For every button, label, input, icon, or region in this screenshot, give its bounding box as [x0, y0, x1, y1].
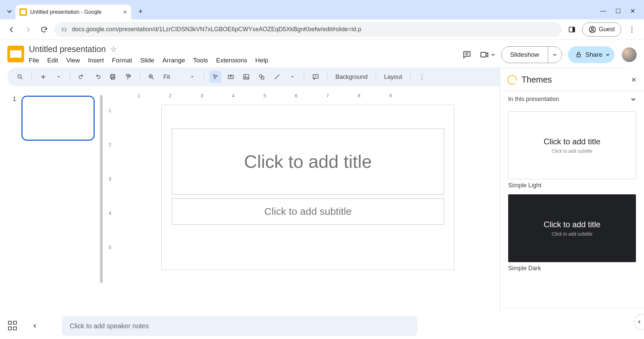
slides-logo-icon[interactable]: [7, 46, 24, 62]
share-label: Share: [585, 51, 602, 58]
slide-canvas[interactable]: Click to add title Click to add subtitle: [162, 105, 454, 270]
site-settings-icon: [61, 26, 68, 33]
chevron-down-icon: [491, 53, 495, 57]
svg-line-15: [21, 78, 22, 79]
menu-extensions[interactable]: Extensions: [216, 57, 247, 64]
menu-view[interactable]: View: [66, 57, 80, 64]
tab-search-dropdown[interactable]: [3, 5, 15, 17]
comment-icon[interactable]: [310, 71, 322, 83]
avatar[interactable]: [622, 47, 637, 62]
close-window-icon[interactable]: ✕: [630, 7, 635, 15]
browser-menu-icon[interactable]: ⋮: [626, 25, 638, 34]
side-panel-icon[interactable]: [566, 24, 578, 35]
search-menus-icon[interactable]: [14, 71, 26, 83]
slideshow-dropdown[interactable]: [548, 47, 561, 63]
new-slide-dropdown[interactable]: [53, 71, 65, 83]
svg-rect-32: [261, 77, 264, 79]
menu-insert[interactable]: Insert: [88, 57, 104, 64]
new-tab-button[interactable]: +: [135, 5, 147, 17]
menu-slide[interactable]: Slide: [140, 57, 154, 64]
reload-button[interactable]: [38, 24, 50, 35]
bottom-bar: Click to add speaker notes: [0, 313, 644, 339]
guest-icon: [589, 26, 596, 33]
url-text: docs.google.com/presentation/d/1LzrCIDSN…: [72, 26, 361, 33]
menu-arrange[interactable]: Arrange: [162, 57, 185, 64]
menu-bar: File Edit View Insert Format Slide Arran…: [29, 57, 455, 64]
slide-thumbnail-1[interactable]: [21, 96, 95, 141]
slides-favicon-icon: [19, 8, 27, 16]
title-placeholder[interactable]: Click to add title: [172, 129, 444, 194]
grid-view-icon[interactable]: [8, 321, 18, 331]
svg-rect-2: [62, 31, 64, 31]
svg-point-5: [65, 30, 66, 31]
new-slide-icon[interactable]: [37, 71, 49, 83]
more-options-icon[interactable]: ⋮: [416, 71, 428, 83]
themes-section-toggle[interactable]: In this presentation: [500, 91, 644, 107]
theme-item-simple-dark[interactable]: Click to add title Click to add subtitle…: [508, 194, 636, 272]
paint-format-icon[interactable]: [122, 71, 134, 83]
video-call-button[interactable]: [480, 50, 495, 59]
share-button[interactable]: Share: [568, 46, 614, 63]
document-title[interactable]: Untitled presentation: [29, 44, 106, 54]
chevron-down-icon: [606, 53, 610, 57]
minimize-icon[interactable]: —: [600, 7, 606, 15]
layout-button[interactable]: Layout: [381, 74, 405, 81]
line-dropdown[interactable]: [286, 71, 299, 83]
menu-tools[interactable]: Tools: [193, 57, 208, 64]
subtitle-placeholder[interactable]: Click to add subtitle: [172, 198, 444, 225]
image-icon[interactable]: [240, 71, 252, 83]
star-icon[interactable]: ☆: [110, 45, 117, 54]
zoom-level[interactable]: Fit: [161, 74, 173, 81]
theme-list: Click to add title Click to add subtitle…: [500, 107, 644, 308]
svg-rect-21: [126, 75, 129, 76]
theme-name: Simple Dark: [508, 265, 636, 272]
tab-title: Untitled presentation - Google: [30, 9, 119, 15]
tab-close-icon[interactable]: ✕: [123, 9, 127, 15]
ruler-vertical: 1 2 3 4 5: [104, 98, 116, 337]
maximize-icon[interactable]: ☐: [615, 7, 621, 15]
browser-tab[interactable]: Untitled presentation - Google ✕: [15, 5, 131, 19]
textbox-icon[interactable]: [225, 71, 237, 83]
slideshow-button[interactable]: Slideshow: [501, 46, 562, 63]
slideshow-label: Slideshow: [501, 51, 548, 58]
filmstrip-toggle-icon[interactable]: [28, 324, 42, 328]
zoom-icon[interactable]: [145, 71, 157, 83]
canvas-area: 1 2 3 4 5 6 7 8 9 1 2 3 4 5 Click to add…: [104, 88, 500, 337]
line-icon[interactable]: [271, 71, 283, 83]
guest-label: Guest: [599, 26, 615, 33]
background-button[interactable]: Background: [333, 74, 370, 81]
back-button[interactable]: [6, 24, 17, 35]
themes-section-label: In this presentation: [508, 96, 559, 103]
menu-format[interactable]: Format: [112, 57, 132, 64]
menu-help[interactable]: Help: [255, 57, 268, 64]
print-icon[interactable]: [107, 71, 119, 83]
speaker-notes-input[interactable]: Click to add speaker notes: [62, 316, 417, 336]
workspace: 1 1 2 3 4 5 6 7 8 9 1 2 3 4 5: [0, 88, 644, 337]
select-tool-icon[interactable]: [209, 71, 221, 83]
thumbnail-scrollbar[interactable]: [100, 95, 103, 283]
undo-icon[interactable]: [76, 71, 88, 83]
shape-icon[interactable]: [256, 71, 268, 83]
thumbnail-number: 1: [13, 96, 16, 141]
forward-button[interactable]: [22, 24, 34, 35]
svg-point-9: [591, 28, 593, 30]
close-panel-icon[interactable]: ✕: [631, 76, 637, 84]
menu-edit[interactable]: Edit: [47, 57, 58, 64]
lock-icon: [575, 51, 582, 58]
svg-line-23: [152, 78, 154, 79]
comments-icon[interactable]: [460, 48, 474, 61]
svg-line-33: [275, 75, 279, 79]
window-controls: — ☐ ✕: [600, 7, 644, 19]
theme-item-simple-light[interactable]: Click to add title Click to add subtitle…: [508, 111, 636, 189]
thumbnail-column: 1: [0, 88, 104, 337]
svg-point-3: [65, 28, 66, 29]
menu-file[interactable]: File: [29, 57, 39, 64]
zoom-dropdown[interactable]: [186, 71, 198, 83]
url-input[interactable]: docs.google.com/presentation/d/1LzrCIDSN…: [54, 22, 561, 37]
redo-icon[interactable]: [91, 71, 103, 83]
ruler-horizontal: 1 2 3 4 5 6 7 8 9: [104, 88, 493, 98]
themes-palette-icon: [507, 75, 517, 85]
svg-rect-1: [62, 29, 64, 30]
profile-chip[interactable]: Guest: [582, 22, 621, 37]
themes-panel: Themes ✕ In this presentation Click to a…: [500, 68, 644, 337]
